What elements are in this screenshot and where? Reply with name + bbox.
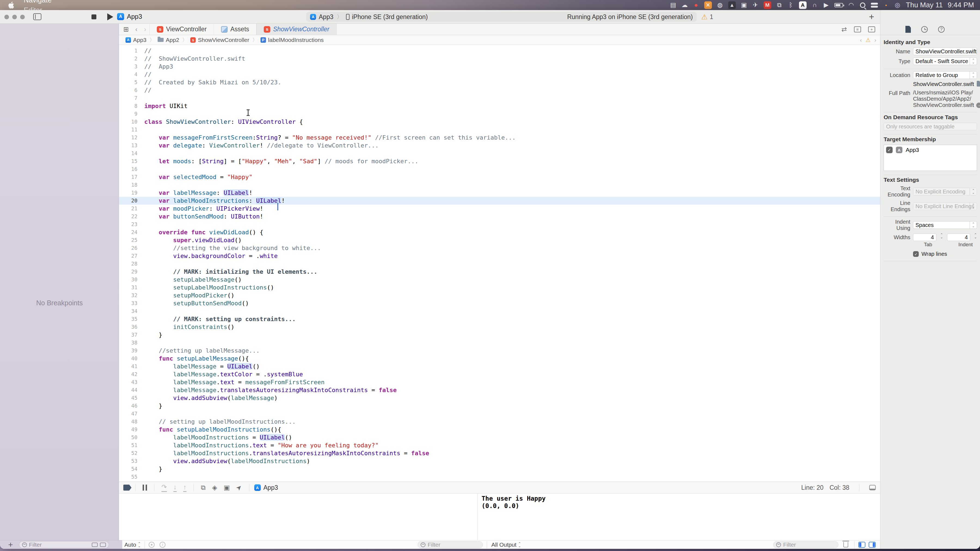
variables-filter[interactable]: Filter bbox=[418, 541, 483, 548]
m-badge-icon[interactable]: M bbox=[764, 2, 771, 9]
line-number[interactable]: 6 bbox=[119, 86, 137, 94]
line-number[interactable]: 17 bbox=[119, 173, 137, 181]
simulate-location-icon[interactable]: ➤ bbox=[234, 483, 243, 492]
back-chevron-icon[interactable]: ‹ bbox=[132, 24, 141, 35]
environment-overrides-icon[interactable]: ▣ bbox=[224, 484, 230, 491]
control-center-icon[interactable] bbox=[871, 1, 878, 9]
line-number[interactable]: 24 bbox=[119, 228, 137, 236]
line-number[interactable]: 14 bbox=[119, 149, 137, 157]
tab-showviewcontroller[interactable]: sShowViewController bbox=[256, 24, 337, 35]
line-number[interactable]: 50 bbox=[119, 433, 137, 441]
indent-width-field[interactable]: 4 bbox=[947, 233, 970, 241]
line-number[interactable]: 4 bbox=[119, 70, 137, 78]
pause-icon[interactable] bbox=[143, 484, 147, 491]
breadcrumb-item-showviewcontroller[interactable]: sShowViewController bbox=[190, 37, 249, 43]
line-number[interactable]: 52 bbox=[119, 449, 137, 457]
line-number[interactable]: 51 bbox=[119, 441, 137, 449]
menu-item-navigate[interactable]: Navigate bbox=[18, 0, 76, 5]
source-editor[interactable]: 1//2// ShowViewController.swift3// App34… bbox=[119, 45, 880, 482]
forward-chevron-icon[interactable]: › bbox=[141, 24, 150, 35]
add-breakpoint-button[interactable]: + bbox=[8, 540, 13, 549]
battery-icon[interactable] bbox=[834, 1, 843, 9]
line-number[interactable]: 3 bbox=[119, 63, 137, 70]
line-number[interactable]: 55 bbox=[119, 473, 137, 481]
line-number[interactable]: 23 bbox=[119, 221, 137, 228]
issue-warning-icon[interactable]: ⚠ bbox=[865, 37, 870, 43]
line-number[interactable]: 35 bbox=[119, 315, 137, 323]
minimap-icon[interactable] bbox=[869, 485, 876, 490]
wrap-lines-row[interactable]: ✓ Wrap lines bbox=[913, 251, 977, 257]
line-number[interactable]: 41 bbox=[119, 362, 137, 370]
flag-filter-icon[interactable] bbox=[92, 543, 98, 547]
add-editor-icon[interactable]: + bbox=[868, 26, 875, 32]
line-number[interactable]: 43 bbox=[119, 378, 137, 386]
memory-graph-icon[interactable]: ◈ bbox=[212, 484, 217, 491]
tab-overview-icon[interactable]: ⊞ bbox=[119, 24, 132, 35]
line-number[interactable]: 37 bbox=[119, 331, 137, 339]
quicklook-icon[interactable] bbox=[149, 542, 154, 548]
line-number[interactable]: 12 bbox=[119, 133, 137, 141]
line-number[interactable]: 46 bbox=[119, 402, 137, 410]
library-button[interactable]: + bbox=[869, 12, 874, 22]
line-number[interactable]: 38 bbox=[119, 339, 137, 347]
line-number[interactable]: 34 bbox=[119, 307, 137, 315]
line-number[interactable]: 20 bbox=[119, 197, 137, 205]
odr-tags-field[interactable]: Only resources are taggable bbox=[884, 123, 977, 130]
show-console-icon[interactable] bbox=[869, 542, 876, 548]
line-number[interactable]: 21 bbox=[119, 205, 137, 213]
line-number[interactable]: 9 bbox=[119, 110, 137, 118]
rocket-icon[interactable]: ✈ bbox=[752, 1, 759, 9]
record-icon[interactable]: ● bbox=[693, 1, 699, 9]
checked-filter-icon[interactable] bbox=[100, 543, 106, 547]
line-number[interactable]: 48 bbox=[119, 418, 137, 426]
line-number[interactable]: 31 bbox=[119, 284, 137, 291]
info-icon[interactable]: i bbox=[159, 542, 165, 548]
line-number[interactable]: 27 bbox=[119, 252, 137, 260]
line-number[interactable]: 49 bbox=[119, 426, 137, 433]
bluetooth-icon[interactable]: ᛒ bbox=[788, 1, 794, 9]
line-number[interactable]: 47 bbox=[119, 410, 137, 418]
scheme-selector[interactable]: A App3 〉 iPhone SE (3rd generation) Runn… bbox=[306, 12, 697, 22]
line-number[interactable]: 26 bbox=[119, 244, 137, 252]
minimize-window-button[interactable] bbox=[12, 15, 17, 19]
line-number[interactable]: 15 bbox=[119, 157, 137, 165]
line-number[interactable]: 28 bbox=[119, 260, 137, 268]
line-number[interactable]: 36 bbox=[119, 323, 137, 331]
run-button[interactable] bbox=[107, 13, 113, 21]
process-name[interactable]: App3 bbox=[264, 484, 278, 491]
console-divider[interactable] bbox=[477, 494, 477, 540]
open-path-icon[interactable]: → bbox=[976, 103, 980, 108]
menu-date[interactable]: Thu May 11 bbox=[906, 1, 943, 9]
play-circle-icon[interactable]: ▶ bbox=[823, 1, 829, 9]
line-number[interactable]: 42 bbox=[119, 370, 137, 378]
console-filter[interactable]: Filter bbox=[773, 541, 838, 548]
tab-assets[interactable]: Assets bbox=[214, 24, 256, 35]
text-encoding-dropdown[interactable]: No Explicit Encoding ⌃⌄ bbox=[913, 188, 977, 195]
scheme-device[interactable]: iPhone SE (3rd generation) bbox=[352, 13, 428, 21]
breadcrumb-item-labelmoodinstructions[interactable]: PlabelMoodInstructions bbox=[261, 37, 324, 43]
wifi-icon[interactable]: ◠ bbox=[848, 1, 854, 9]
line-number[interactable]: 39 bbox=[119, 347, 137, 354]
stop-button[interactable] bbox=[91, 14, 96, 19]
previous-issue-icon[interactable]: ‹ bbox=[860, 37, 862, 43]
line-number[interactable]: 45 bbox=[119, 394, 137, 402]
quick-help-inspector-icon[interactable]: ? bbox=[938, 26, 945, 33]
tab-width-stepper[interactable]: ⌃⌄ bbox=[940, 233, 943, 241]
triangle-app-icon[interactable]: ▲ bbox=[728, 2, 736, 9]
tab-width-field[interactable]: 4 bbox=[913, 233, 937, 241]
breakpoints-toggle-icon[interactable] bbox=[123, 484, 132, 491]
siri-icon[interactable]: ◎ bbox=[894, 1, 901, 9]
headphones-icon[interactable]: ∩ bbox=[811, 1, 818, 9]
step-over-icon[interactable]: ↷ bbox=[161, 483, 167, 492]
folder-icon[interactable] bbox=[977, 82, 980, 87]
breadcrumb-item-app3[interactable]: AApp3 bbox=[126, 37, 146, 43]
line-number[interactable]: 5 bbox=[119, 78, 137, 86]
editor-options-icon[interactable]: ≡ bbox=[854, 26, 861, 32]
globe-icon[interactable]: ◍ bbox=[717, 1, 723, 9]
toggle-navigator-icon[interactable] bbox=[33, 13, 41, 20]
line-number[interactable]: 18 bbox=[119, 181, 137, 189]
line-number[interactable]: 7 bbox=[119, 94, 137, 102]
location-dropdown[interactable]: Relative to Group ⌃⌄ bbox=[913, 71, 977, 79]
name-field[interactable]: ShowViewController.swift bbox=[913, 48, 977, 55]
variables-scope[interactable]: Auto ⌃⌄ bbox=[124, 541, 141, 548]
